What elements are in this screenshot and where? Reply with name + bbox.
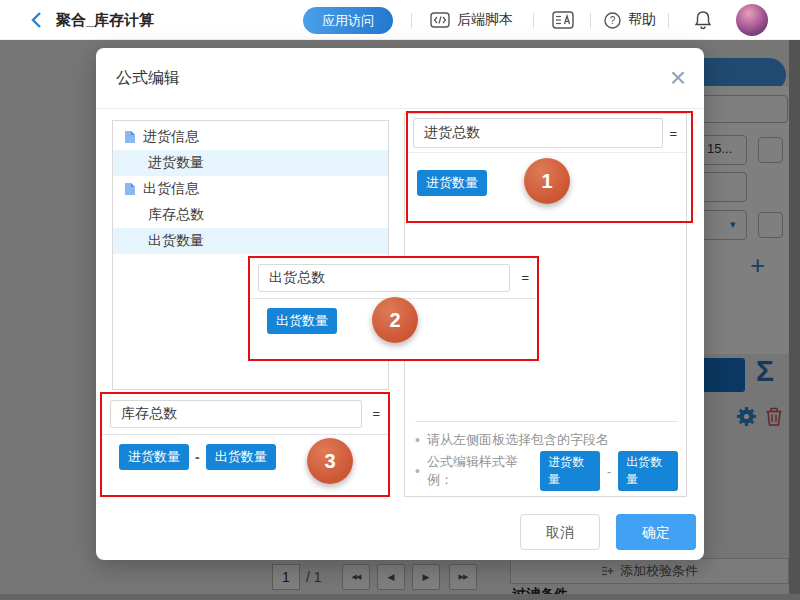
- divider: [411, 13, 412, 28]
- code-icon: [430, 12, 450, 28]
- header-divider: [96, 108, 704, 109]
- hint-text-2: 公式编辑样式举例：: [427, 453, 533, 489]
- app-access-button[interactable]: 应用访问: [303, 7, 393, 34]
- form-icon: [123, 182, 136, 196]
- hint-minus: -: [607, 464, 611, 479]
- close-icon[interactable]: ×: [670, 58, 686, 97]
- field-tag-purchase-qty[interactable]: 进货数量: [119, 444, 189, 470]
- equals-sign: =: [521, 258, 529, 298]
- formula-tokens: 进货数量 - 出货数量: [119, 444, 276, 470]
- tree-field-shipment-qty[interactable]: 出货数量: [113, 228, 388, 254]
- top-bar: 聚合_库存计算 应用访问 后端脚本 ? 帮助: [0, 0, 800, 40]
- hint-line-1: • 请从左侧面板选择包含的字段名: [415, 429, 678, 451]
- minus-operator: -: [195, 449, 200, 465]
- confirm-button[interactable]: 确定: [616, 514, 696, 550]
- cancel-button[interactable]: 取消: [520, 514, 600, 550]
- field-tag-shipment-qty[interactable]: 出货数量: [267, 308, 337, 334]
- equals-sign: =: [372, 394, 380, 434]
- divider: [533, 13, 534, 28]
- page-title: 聚合_库存计算: [56, 0, 154, 40]
- tree-group-shipment-info[interactable]: 出货信息: [113, 176, 388, 202]
- annotation-number-3: 3: [307, 438, 353, 484]
- log-button[interactable]: [552, 0, 574, 40]
- field-tag-shipment-qty[interactable]: 出货数量: [206, 444, 276, 470]
- help-button[interactable]: ? 帮助: [604, 0, 656, 40]
- form-icon: [123, 130, 136, 144]
- bullet-icon: •: [415, 432, 420, 448]
- hint-tag-purchase-qty: 进货数量: [540, 451, 600, 491]
- back-icon[interactable]: [28, 10, 48, 30]
- avatar[interactable]: [736, 4, 768, 36]
- tree-group-label: 出货信息: [143, 180, 199, 198]
- annotation-number-1: 1: [524, 158, 570, 204]
- hints-area: • 请从左侧面板选择包含的字段名 • 公式编辑样式举例： 进货数量 - 出货数量: [415, 421, 678, 491]
- annotation-number-2: 2: [372, 297, 418, 343]
- help-icon: ?: [604, 12, 621, 29]
- hint-line-2: • 公式编辑样式举例： 进货数量 - 出货数量: [415, 451, 678, 491]
- backend-script-button[interactable]: 后端脚本: [430, 0, 513, 40]
- tree-group-purchase-info[interactable]: 进货信息: [113, 124, 388, 150]
- divider: [590, 13, 591, 28]
- bullet-icon: •: [415, 463, 420, 479]
- svg-text:?: ?: [610, 15, 616, 26]
- help-label: 帮助: [628, 11, 656, 29]
- hint-text-1: 请从左侧面板选择包含的字段名: [427, 431, 609, 449]
- bell-icon[interactable]: [694, 10, 712, 34]
- app-window: 聚合_库存计算 应用访问 后端脚本 ? 帮助 15... ▾ +: [0, 0, 800, 600]
- row-divider: [102, 434, 388, 435]
- formula-name-input-example-2[interactable]: [258, 264, 510, 292]
- log-icon: [552, 11, 574, 29]
- tree-field-purchase-qty[interactable]: 进货数量: [113, 150, 388, 176]
- tree-field-stock-total[interactable]: 库存总数: [113, 202, 388, 228]
- formula-tokens: 出货数量: [267, 308, 337, 334]
- tree-group-label: 进货信息: [143, 128, 199, 146]
- backend-script-label: 后端脚本: [457, 11, 513, 29]
- formula-name-input-example-3[interactable]: [110, 400, 362, 428]
- divider: [668, 13, 669, 28]
- hint-tag-shipment-qty: 出货数量: [618, 451, 678, 491]
- dialog-title: 公式编辑: [116, 68, 180, 89]
